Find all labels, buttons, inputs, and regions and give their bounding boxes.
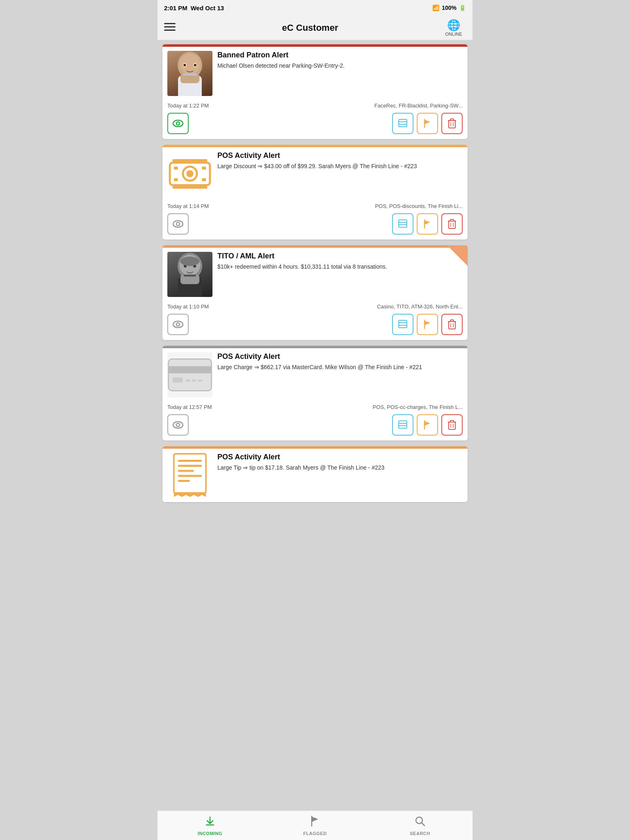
- card-actions: [162, 213, 468, 240]
- svg-point-72: [176, 423, 180, 427]
- svg-rect-53: [184, 275, 196, 277]
- alert-card-2: POS Activity Alert Large Discount ⇒ $43.…: [162, 145, 468, 240]
- flag-button[interactable]: [417, 113, 438, 134]
- nav-label-incoming: INCOMING: [198, 831, 222, 836]
- partial-alert-card: POS Activity Alert Large Tip ⇒ tip on $1…: [162, 446, 468, 502]
- svg-rect-68: [186, 379, 190, 381]
- svg-rect-16: [399, 119, 407, 122]
- alert-timestamp: Today at 12:57 PM: [167, 404, 212, 410]
- svg-line-91: [422, 823, 425, 826]
- trash-button[interactable]: [441, 113, 463, 134]
- svg-rect-27: [202, 167, 206, 169]
- alert-list: Banned Patron Alert Michael Olsen detect…: [158, 40, 472, 840]
- battery-icon: 🔋: [459, 5, 466, 11]
- eye-button[interactable]: [167, 213, 189, 235]
- card-thumbnail: [167, 51, 212, 96]
- svg-rect-83: [178, 460, 202, 462]
- svg-point-13: [176, 122, 180, 125]
- status-date: Wed Oct 13: [191, 5, 224, 11]
- flag-button[interactable]: [417, 414, 438, 436]
- eye-button[interactable]: [167, 414, 189, 436]
- action-group: [392, 414, 463, 436]
- svg-rect-0: [164, 23, 176, 24]
- card-thumbnail: [167, 151, 212, 196]
- svg-rect-26: [174, 167, 178, 169]
- eye-button[interactable]: [167, 314, 189, 335]
- svg-point-71: [173, 422, 183, 428]
- trash-button[interactable]: [441, 314, 463, 335]
- card-actions: [162, 113, 468, 139]
- stack-button[interactable]: [392, 113, 413, 134]
- stack-button[interactable]: [392, 314, 413, 335]
- card-footer: Today at 12:57 PM POS, POS-cc-charges, T…: [162, 402, 468, 414]
- action-group: [392, 113, 463, 134]
- svg-point-4: [180, 54, 201, 75]
- alert-card-3: TITO / AML Alert $10k+ redeemed within 4…: [162, 245, 468, 340]
- svg-rect-66: [169, 366, 212, 374]
- svg-rect-82: [174, 454, 206, 493]
- card-body: POS Activity Alert Large Discount ⇒ $43.…: [162, 147, 468, 201]
- trash-button[interactable]: [441, 213, 463, 235]
- svg-rect-2: [164, 30, 176, 31]
- svg-rect-85: [178, 470, 194, 472]
- nav-item-incoming[interactable]: INCOMING: [158, 811, 262, 840]
- svg-rect-40: [450, 219, 454, 221]
- card-actions: [162, 414, 468, 441]
- nav-item-search[interactable]: SEARCH: [368, 811, 472, 840]
- download-icon: [204, 815, 216, 830]
- alert-description: Large Charge ⇒ $662.17 via MasterCard. M…: [217, 363, 463, 372]
- svg-rect-60: [449, 322, 455, 329]
- battery-percentage: 100%: [442, 5, 457, 11]
- alert-description: $10k+ redeemed within 4 hours. $10,331.1…: [217, 263, 463, 271]
- online-status[interactable]: 🌐 ONLINE: [441, 19, 466, 37]
- app-header: eC Customer 🌐 ONLINE: [158, 16, 472, 40]
- status-right: 📶 100% 🔋: [432, 5, 466, 11]
- nav-item-flagged[interactable]: FLAGGED: [262, 811, 368, 840]
- svg-rect-67: [173, 377, 183, 383]
- eye-button[interactable]: [167, 113, 189, 134]
- menu-button[interactable]: [164, 21, 179, 35]
- nav-label-flagged: FLAGGED: [303, 831, 326, 836]
- card-body: POS Activity Alert Large Charge ⇒ $662.1…: [162, 348, 468, 402]
- svg-rect-70: [198, 379, 202, 381]
- alert-title: POS Activity Alert: [217, 352, 463, 361]
- alert-title: Banned Patron Alert: [217, 51, 463, 59]
- svg-rect-1: [164, 26, 176, 27]
- svg-rect-65: [169, 359, 212, 391]
- card-thumbnail: [167, 352, 212, 397]
- alert-tags: Casino, TITO, ATM-326, North Ent...: [377, 304, 463, 310]
- app-title: eC Customer: [179, 23, 441, 33]
- alert-tags: FaceRec, FR-Blacklist, Parking-SW...: [374, 103, 463, 109]
- flag-button[interactable]: [417, 213, 438, 235]
- alert-title: POS Activity Alert: [217, 453, 463, 461]
- svg-point-10: [194, 64, 196, 66]
- card-footer: Today at 1:10 PM Casino, TITO, ATM-326, …: [162, 301, 468, 314]
- nav-label-search: SEARCH: [410, 831, 430, 836]
- trash-button[interactable]: [441, 414, 463, 436]
- wifi-icon: 📶: [432, 5, 439, 11]
- alert-title: TITO / AML Alert: [217, 252, 463, 260]
- alert-timestamp: Today at 1:10 PM: [167, 304, 209, 310]
- card-actions: [162, 314, 468, 340]
- alert-description: Large Tip ⇒ tip on $17.18. Sarah Myers @…: [217, 464, 463, 472]
- svg-rect-28: [174, 178, 178, 181]
- flag-button[interactable]: [417, 314, 438, 335]
- svg-point-32: [173, 221, 183, 227]
- stack-button[interactable]: [392, 414, 413, 436]
- svg-rect-36: [399, 220, 407, 222]
- card-footer: Today at 1:22 PM FaceRec, FR-Blacklist, …: [162, 100, 468, 113]
- stack-button[interactable]: [392, 213, 413, 235]
- status-bar: 2:01 PM Wed Oct 13 📶 100% 🔋: [158, 0, 472, 16]
- svg-rect-86: [178, 475, 202, 477]
- action-group: [392, 314, 463, 335]
- svg-rect-29: [202, 178, 206, 181]
- svg-point-33: [176, 222, 180, 226]
- tito-corner: [447, 245, 468, 266]
- svg-point-54: [173, 321, 183, 328]
- svg-rect-84: [178, 465, 202, 467]
- card-content: TITO / AML Alert $10k+ redeemed within 4…: [217, 252, 463, 297]
- svg-rect-88: [206, 824, 214, 826]
- card-content: POS Activity Alert Large Charge ⇒ $662.1…: [217, 352, 463, 397]
- card-body: POS Activity Alert Large Tip ⇒ tip on $1…: [162, 449, 468, 502]
- svg-rect-87: [178, 480, 190, 482]
